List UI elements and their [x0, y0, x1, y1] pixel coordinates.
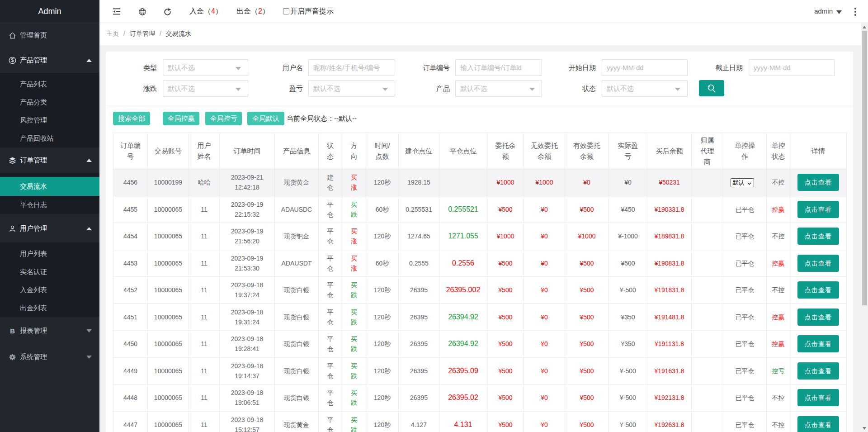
- svg-text:$: $: [11, 57, 14, 63]
- svg-text:B: B: [10, 328, 15, 335]
